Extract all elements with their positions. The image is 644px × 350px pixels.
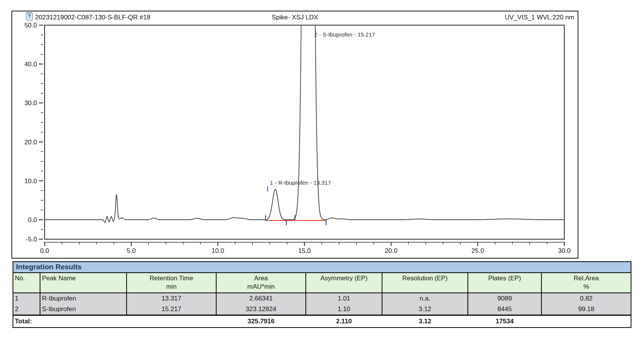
total-area: 325.7916 <box>216 315 306 328</box>
y-tick-label: 10.0 <box>24 177 37 185</box>
cell-plates-ep-: 9089 <box>468 293 541 304</box>
chromatogram-frame: ? 20231219002-C087-130-S-BLF-QR #18 Spik… <box>11 11 578 259</box>
cell-area: 2.66341 <box>216 293 306 304</box>
total-label: Total: <box>13 315 127 328</box>
plot-border <box>45 25 564 239</box>
column-header-rel-area: Rel.Area% <box>541 273 631 293</box>
peak-label: 1 - R-Ibuprofen - 13.317 <box>270 179 331 186</box>
x-axis: 0.05.010.015.020.025.030.0 <box>40 242 570 254</box>
cell-peak-name: R-Ibuprofen <box>40 293 127 304</box>
cell-resolution-ep-: n.a. <box>382 293 468 304</box>
chromatogram-trace <box>45 11 564 222</box>
cell-no-: 2 <box>13 304 40 315</box>
cell-plates-ep-: 8445 <box>468 304 541 315</box>
cell-asymmetry-ep-: 1.10 <box>306 304 382 315</box>
total-asymmetry-ep-: 2.110 <box>306 315 382 328</box>
column-header-peak-name: Peak Name <box>40 273 127 293</box>
cell-rel-area: 99.18 <box>541 304 631 315</box>
table-header-row: No. Peak Name Retention TimeminAreamAU*m… <box>13 273 631 293</box>
table-row: 1R-Ibuprofen13.3172.663411.01n.a.90890.8… <box>13 293 631 304</box>
x-tick-label: 10.0 <box>212 247 224 254</box>
column-header-area: AreamAU*min <box>216 273 306 293</box>
report-page: { "chart": { "header": { "sample_id": "2… <box>0 0 644 350</box>
y-axis: -5.00.010.020.030.040.050.0 <box>24 22 43 243</box>
injection-title: Spike- XSJ LDX <box>12 14 578 21</box>
total-plates-ep-: 17534 <box>468 315 541 328</box>
x-tick-label: 20.0 <box>385 247 397 254</box>
total-retention-time <box>127 315 216 328</box>
chromatogram-header: 20231219002-C087-130-S-BLF-QR #18 Spike-… <box>12 13 578 22</box>
table-title: Integration Results <box>13 262 631 273</box>
peak-labels: 1 - R-Ibuprofen - 13.3172 - S-Ibuprofen … <box>268 31 375 191</box>
y-tick-label: 30.0 <box>24 99 37 107</box>
integration-results-table: No. Peak Name Retention TimeminAreamAU*m… <box>13 273 631 327</box>
channel-wavelength-label: UV_VIS_1 WVL:220 nm <box>505 14 574 21</box>
cell-retention-time: 13.317 <box>127 293 216 304</box>
x-tick-label: 30.0 <box>558 247 570 254</box>
column-header-plates-ep-: Plates (EP) <box>468 273 541 293</box>
column-header-resolution-ep-: Resolution (EP) <box>382 273 468 293</box>
cell-area: 323.12824 <box>216 304 306 315</box>
y-tick-label: -5.0 <box>26 236 37 243</box>
column-header-retention-time: Retention Timemin <box>127 273 216 293</box>
cell-peak-name: S-Ibuprofen <box>40 304 127 315</box>
cell-rel-area: 0.82 <box>541 293 631 304</box>
peak-label: 2 - S-Ibuprofen - 15.217 <box>314 31 375 38</box>
y-tick-label: 40.0 <box>24 61 37 68</box>
x-tick-label: 15.0 <box>298 247 311 254</box>
table-total-row: Total:325.79162.1103.1217534 <box>13 315 631 328</box>
cell-asymmetry-ep-: 1.01 <box>306 293 382 304</box>
cell-no-: 1 <box>13 293 40 304</box>
x-tick-label: 0.0 <box>40 247 49 254</box>
total-resolution-ep-: 3.12 <box>382 315 468 328</box>
sample-vial-question-icon: ? <box>26 12 33 21</box>
cell-resolution-ep-: 3.12 <box>382 304 468 315</box>
y-tick-label: 50.0 <box>24 22 37 29</box>
column-header-asymmetry-ep-: Asymmetry (EP) <box>306 273 382 293</box>
x-tick-label: 25.0 <box>471 247 484 254</box>
total-rel-area <box>541 315 631 328</box>
integration-results-section: Integration Results No. Peak Name Retent… <box>13 261 631 328</box>
y-tick-label: 20.0 <box>24 139 37 146</box>
table-row: 2S-Ibuprofen15.217323.128241.103.1284459… <box>13 304 631 315</box>
chromatogram-plot: -5.00.010.020.030.040.050.00.05.010.015.… <box>12 11 578 258</box>
cell-retention-time: 15.217 <box>127 304 216 315</box>
y-tick-label: 0.0 <box>28 216 37 224</box>
column-header-no-: No. <box>13 273 40 293</box>
x-tick-label: 5.0 <box>127 247 136 254</box>
